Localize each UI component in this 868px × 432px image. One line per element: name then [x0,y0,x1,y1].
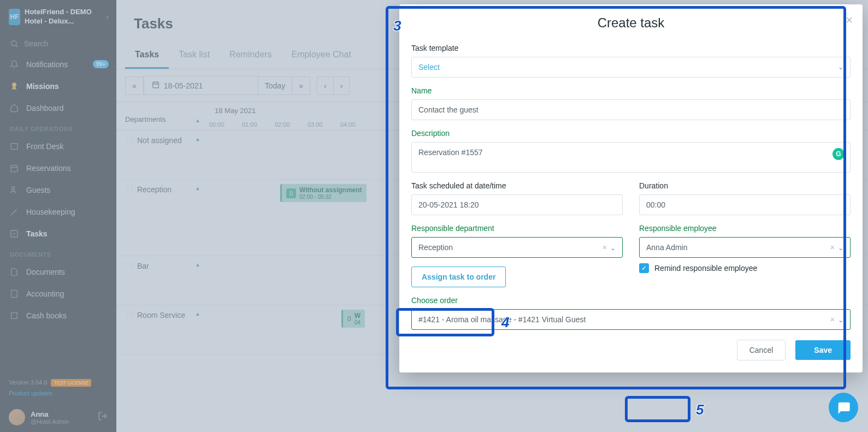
drag-handle-icon[interactable]: ⋮⋮ [125,185,134,191]
department-value: Reception [418,243,453,252]
nav-documents[interactable]: Documents [0,261,116,283]
hour-label: 02:00 [275,119,308,130]
hotel-name: HotelFriend - DEMO Hotel - Delux... [25,8,108,26]
logout-icon[interactable] [98,411,108,423]
user-menu[interactable]: Anna @Hotel Admin [0,402,116,432]
nav-label: Notifications [26,60,68,69]
nav-label: Accounting [26,289,64,298]
nav-tasks[interactable]: Tasks [0,223,116,245]
nav-label: Cash books [26,311,67,320]
nav-dashboard[interactable]: Dashboard [0,97,116,119]
hour-label: 03:00 [308,119,340,130]
svg-point-1 [12,82,16,87]
collapse-icon[interactable]: ▲ [195,311,200,317]
desk-icon [10,142,20,151]
tab-tasks[interactable]: Tasks [125,42,169,69]
chevron-right-icon: › [106,12,109,22]
next-button[interactable]: » [292,76,310,95]
nav-accounting[interactable]: Accounting [0,283,116,305]
svg-point-4 [11,187,14,190]
sidebar-header[interactable]: HF HotelFriend - DEMO Hotel - Delux... › [0,0,116,34]
nav-cashbooks[interactable]: Cash books [0,305,116,327]
drag-handle-icon[interactable]: ⋮⋮ [125,136,134,142]
nav-housekeeping[interactable]: Housekeeping [0,201,116,223]
hour-label: 00:00 [209,119,242,130]
nav-reservations[interactable]: Reservations [0,157,116,179]
search-placeholder: Search [24,39,48,48]
close-icon[interactable]: × [846,13,853,27]
remind-checkbox-row[interactable]: ✓ Remind responsible employee [639,263,851,273]
template-select[interactable]: Select ⌄ [411,57,851,78]
drag-handle-icon[interactable]: ⋮⋮ [125,311,134,317]
nav-prev-button[interactable]: ‹ [317,76,334,95]
user-name: Anna [31,410,98,418]
hour-label: 01:00 [242,119,275,130]
calendar-icon [10,164,20,173]
description-textarea[interactable]: Reservation #1557 G [411,142,851,173]
collapse-icon[interactable]: ▲ [195,262,200,268]
check-icon [10,229,20,238]
choose-order-select[interactable]: #1421 - Aroma oil massage - #1421 Virtua… [411,309,851,330]
choose-order-label: Choose order [411,296,851,305]
task-chip-title: W [355,312,361,319]
duration-input[interactable] [639,194,851,215]
department-select[interactable]: Reception ×⌄ [411,237,623,258]
nav-label: Missions [26,82,59,91]
modal-title: Create task [399,15,863,31]
description-label: Description [411,129,851,138]
clear-icon[interactable]: × [830,243,835,252]
scheduled-input[interactable] [411,194,623,215]
chevron-down-icon: ⌄ [610,244,616,252]
collapse-icon[interactable]: ▲ [195,136,200,142]
task-chip[interactable]: 0 W 04 [341,310,365,328]
app-logo: HF [9,9,20,25]
prev-button[interactable]: « [125,76,144,95]
search-input[interactable]: Search [0,34,116,54]
tab-employeechat[interactable]: Employee Chat [281,42,361,69]
hour-label: 04:00 [340,119,373,130]
nav-label: Reservations [26,164,71,173]
drag-handle-icon[interactable]: ⋮⋮ [125,262,134,268]
award-icon [10,82,20,91]
svg-rect-6 [11,290,17,297]
date-picker[interactable]: 18-05-2021 [144,76,258,95]
dept-header: Departments [125,115,166,123]
department-label: Responsible department [411,224,623,233]
task-chip[interactable]: 0 Without assignment 02:00 - 05:32 [280,184,367,202]
search-icon [10,39,19,48]
nav-label: Tasks [26,229,48,238]
license-badge: TEST LICENSE [51,379,91,387]
nav-missions[interactable]: Missions [0,75,116,97]
assign-task-to-order-button[interactable]: Assign task to order [411,267,506,287]
notifications-badge: 99+ [93,60,109,68]
nav-label: Dashboard [26,104,64,113]
product-updates-link[interactable]: Product updates [0,390,116,402]
employee-value: Anna Admin [646,243,688,252]
today-button[interactable]: Today [258,76,292,95]
employee-select[interactable]: Anna Admin ×⌄ [639,237,851,258]
tab-tasklist[interactable]: Task list [169,42,220,69]
section-daily: DAILY OPERATIONS [0,119,116,135]
clear-icon[interactable]: × [603,243,607,252]
employee-label: Responsible employee [639,224,851,233]
save-button[interactable]: Save [795,340,851,360]
collapse-icon[interactable]: ▲ [195,185,200,191]
svg-rect-3 [11,165,17,171]
nav-notifications[interactable]: Notifications 99+ [0,54,116,75]
grammarly-icon: G [832,148,845,160]
tab-reminders[interactable]: Reminders [220,42,281,69]
sidebar: HF HotelFriend - DEMO Hotel - Delux... ›… [0,0,116,432]
user-role: @Hotel Admin [31,418,98,425]
chevron-down-icon: ⌄ [838,63,843,71]
calc-icon [10,289,20,298]
sort-icon[interactable]: ▲ [195,117,200,123]
nav-front-desk[interactable]: Front Desk [0,135,116,157]
cancel-button[interactable]: Cancel [737,340,786,360]
intercom-launcher[interactable] [829,393,858,422]
nav-guests[interactable]: Guests [0,179,116,201]
name-input[interactable] [411,99,851,120]
nav-next-button[interactable]: › [333,76,350,95]
checkbox-checked-icon[interactable]: ✓ [639,263,649,273]
task-chip-time: 04 [355,319,361,326]
clear-icon[interactable]: × [830,315,835,324]
